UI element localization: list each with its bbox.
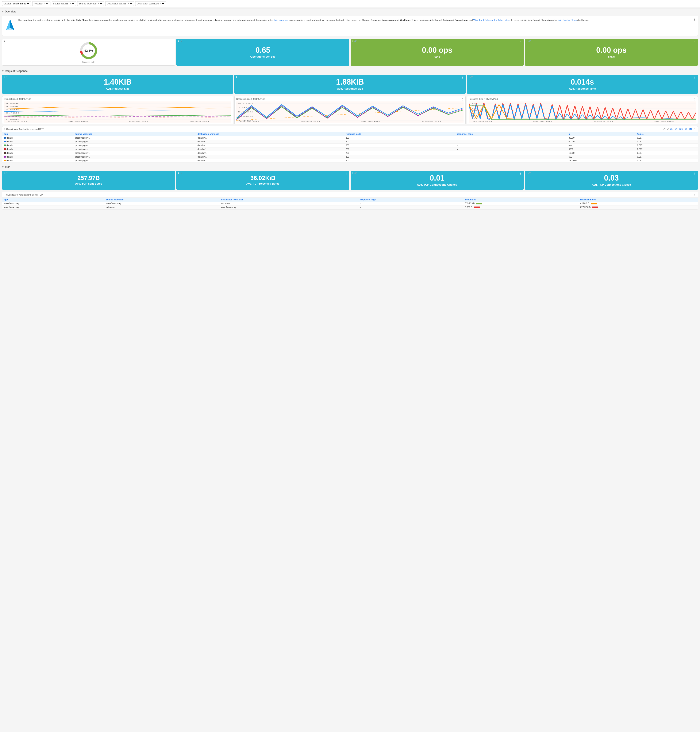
resp-size-menu[interactable]: ⋮ — [461, 76, 464, 79]
resp-time-chart-menu[interactable]: ⋮ — [693, 98, 696, 101]
http-table-info-icon: ℹ — [4, 128, 5, 130]
source-workload-filter[interactable]: Source Workload * — [77, 1, 104, 6]
http-cell-dest: details-v1 — [196, 151, 344, 155]
info-box-menu[interactable]: ⋮ — [693, 18, 696, 22]
tcp-table-info-icon: ℹ — [4, 193, 5, 196]
wavefront-link[interactable]: Wavefront Collector for Kubernetes — [473, 19, 509, 21]
tcp-closed-menu[interactable]: ⋮ — [693, 172, 696, 175]
ops-icons: ℹ 🔗 — [178, 40, 182, 43]
svg-text:4.88Ki: 4.88Ki — [6, 103, 21, 104]
http-table-head-row: app source_workload destination_workload… — [2, 132, 698, 136]
refresh-icon[interactable]: ↺ — [667, 128, 669, 131]
ops-4xx-tile: ℹ 🔗 ⋮ 0.00 ops 4xx's — [351, 39, 524, 66]
resp-time-label: Avg. Response Time — [569, 87, 596, 90]
cluster-filter[interactable]: Cluster cluster-name — [2, 1, 31, 6]
time-12h[interactable]: 12h — [678, 128, 683, 130]
http-cell-code: 200 — [344, 155, 456, 159]
col-app[interactable]: app — [2, 132, 73, 136]
dest-wl-ns-select[interactable]: * — [127, 2, 132, 5]
overview-section-header: ∨ Overview — [0, 8, 700, 14]
resp-time-value: 0.014s — [571, 78, 594, 86]
tcp-recv-info-icon: ℹ — [178, 172, 179, 174]
col-response-code[interactable]: response_code — [344, 132, 456, 136]
tcp-opened-value: 0.01 — [430, 174, 444, 182]
success-rate-label: Success Rate — [82, 61, 95, 63]
col-dest-workload[interactable]: destination_workload — [196, 132, 344, 136]
dest-wl-ns-filter[interactable]: Destination WL NS * — [105, 1, 134, 6]
resp-time-menu[interactable]: ⋮ — [693, 76, 696, 79]
svg-text:5.86Ki: 5.86Ki — [238, 111, 253, 113]
col-response-flags[interactable]: response_flags — [456, 132, 567, 136]
col-source-workload[interactable]: source_workload — [73, 132, 196, 136]
tcp-col-response-flags[interactable]: response_flags — [359, 198, 463, 202]
tcp-recv-icons: ℹ 🔗 — [178, 172, 182, 174]
col-le[interactable]: le — [567, 132, 635, 136]
4xx-label: 4xx's — [434, 55, 441, 58]
http-cell-value: 0.067 — [635, 143, 698, 147]
http-cell-code: 200 — [344, 151, 456, 155]
success-rate-menu[interactable]: ⋮ — [170, 40, 173, 44]
source-wl-ns-select[interactable]: * — [69, 2, 75, 5]
5xx-menu[interactable]: ⋮ — [693, 40, 696, 43]
tcp-title: TCP — [5, 166, 10, 169]
avg-response-size-tile: ℹ 🔗 ⋮ 1.88KiB Avg. Response Size — [234, 75, 465, 94]
reporter-filter[interactable]: Reporter * — [32, 1, 50, 6]
source-workload-select[interactable]: * — [97, 2, 103, 5]
control-plane-link[interactable]: Istio Control Plane — [558, 19, 577, 21]
4xx-menu[interactable]: ⋮ — [519, 40, 522, 43]
overview-title: Overview — [5, 10, 16, 13]
http-cell-source: productpage-v1 — [73, 155, 196, 159]
tcp-opened-menu[interactable]: ⋮ — [519, 172, 522, 175]
reporter-label: Reporter — [34, 2, 43, 5]
time-6h[interactable]: 6h — [674, 128, 678, 130]
resp-size-chart-menu[interactable]: ⋮ — [461, 98, 464, 101]
req-size-menu[interactable]: ⋮ — [228, 76, 231, 79]
source-wl-ns-filter[interactable]: Source WL NS * — [52, 1, 76, 6]
overview-chevron[interactable]: ∨ — [2, 10, 4, 13]
time-8d[interactable]: 8d — [688, 128, 692, 130]
tcp-col-dest-workload[interactable]: destination_workload — [219, 198, 359, 202]
http-cell-app: details — [2, 151, 73, 155]
svg-text:04:30 PM: 04:30 PM — [240, 121, 259, 122]
svg-text:.07: .07 — [470, 107, 478, 109]
tcp-closed-icons: ℹ 🔗 — [526, 172, 531, 174]
tcp-sent-menu[interactable]: ⋮ — [171, 172, 174, 175]
ops-link-icon: 🔗 — [180, 40, 182, 43]
tcp-recv-value: 36.02KiB — [250, 175, 275, 181]
tcp-section-header: ∨ TCP — [0, 164, 700, 169]
rr-chevron[interactable]: ∨ — [2, 70, 4, 72]
col-value[interactable]: Value ↓ — [635, 132, 698, 136]
svg-text:9.77Ki: 9.77Ki — [238, 103, 253, 104]
tcp-cell-flags: - — [359, 202, 463, 206]
http-cell-le: 30000 — [567, 136, 635, 140]
source-workload-label: Source Workload — [79, 2, 96, 5]
svg-text:.06: .06 — [470, 110, 478, 112]
req-size-value: 1.40KiB — [104, 78, 132, 86]
http-table-menu[interactable]: ⋮ — [693, 128, 696, 131]
svg-text:.09: .09 — [470, 102, 478, 104]
avg-tcp-received-tile: ℹ 🔗 ⋮ 36.02KiB Avg. TCP Received Bytes — [176, 171, 349, 190]
ops-5xx-tile: ℹ 🔗 ⋮ 0.00 ops 5xx's — [525, 39, 698, 66]
tcp-cell-app: wavefront-proxy — [2, 202, 104, 206]
dest-workload-select[interactable]: * — [159, 2, 165, 5]
cluster-select[interactable]: cluster-name — [12, 2, 29, 5]
tcp-col-received-bytes[interactable]: Received Bytes — [578, 198, 698, 202]
req-size-chart-menu[interactable]: ⋮ — [229, 98, 231, 101]
ops-menu[interactable]: ⋮ — [345, 40, 348, 43]
reporter-select[interactable]: * — [44, 2, 49, 5]
http-cell-app: details — [2, 159, 73, 162]
tcp-col-app[interactable]: app — [2, 198, 104, 202]
tcp-table-menu[interactable]: ⋮ — [693, 193, 696, 196]
tcp-recv-menu[interactable]: ⋮ — [345, 172, 348, 175]
istio-telemetry-link[interactable]: Istio telemetry — [274, 19, 288, 21]
tcp-chevron[interactable]: ∨ — [2, 166, 4, 168]
tcp-col-source-workload[interactable]: source_workload — [104, 198, 220, 202]
time-2h[interactable]: 2h — [670, 128, 673, 130]
resp-size-label: Avg. Response Size — [337, 87, 363, 90]
http-table-row: details productpage-v1 details-v1 200 - … — [2, 155, 698, 159]
time-1d[interactable]: 1d — [684, 128, 688, 130]
dest-workload-filter[interactable]: Destination Workload * — [135, 1, 166, 6]
tcp-col-sent-bytes[interactable]: Sent Bytes ↓ — [463, 198, 578, 202]
svg-text:05:00 PM: 05:00 PM — [68, 121, 88, 122]
5xx-value: 0.00 ops — [596, 46, 626, 54]
